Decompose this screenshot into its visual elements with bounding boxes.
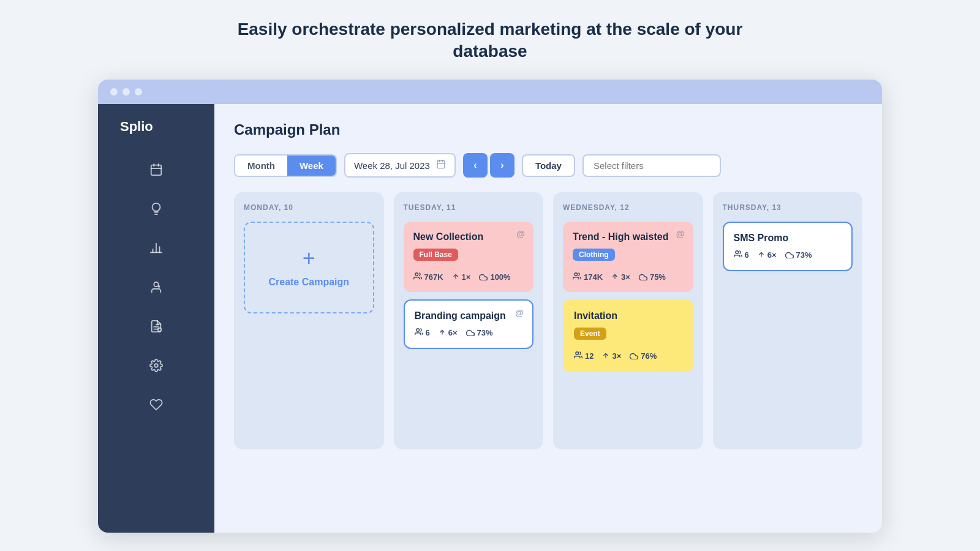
create-campaign-button[interactable]: + Create Campaign [244,222,374,313]
svg-point-21 [416,329,419,332]
percent-invitation: 76% [641,351,657,361]
multiplier-sms-promo: 6× [767,250,777,260]
percent-sms-promo: 73% [796,250,812,260]
campaign-card-invitation[interactable]: Invitation Event 12 [563,299,693,372]
browser-dot-2 [123,88,130,96]
card-title-new-collection: New Collection [413,231,524,242]
card-title-invitation: Invitation [574,310,682,321]
users-count-invitation: 12 [585,351,594,361]
day-header-thursday: THURSDAY, 13 [723,203,853,212]
arrow-up-icon-sms-promo [758,250,765,260]
at-icon-new-collection: @ [516,229,525,239]
arrow-up-icon [452,272,459,282]
svg-rect-15 [437,161,445,168]
svg-rect-0 [151,165,162,176]
percent-branding: 73% [477,328,493,337]
stat-users-new-collection: 767K [413,272,443,282]
week-view-button[interactable]: Week [287,156,336,176]
sidebar-item-users[interactable] [98,272,214,306]
campaign-card-new-collection[interactable]: @ New Collection Full Base 767K [404,222,534,292]
multiplier-invitation: 3× [612,351,621,361]
sidebar-item-reports[interactable] [98,311,214,345]
card-title-sms-promo: SMS Promo [734,233,842,244]
campaign-card-branding[interactable]: @ Branding campaign 6 [404,299,534,349]
sidebar-item-favorites[interactable] [98,389,214,424]
report-icon [149,320,163,337]
browser-bar [98,80,882,104]
day-column-wednesday: WEDNESDAY, 12 @ Trend - High waisted Clo… [553,192,703,449]
campaign-card-trend[interactable]: @ Trend - High waisted Clothing 174K [563,222,693,292]
users-count-branding: 6 [426,328,430,337]
card-stats-new-collection: 767K 1× [413,272,524,282]
svg-point-14 [154,364,158,368]
prev-button[interactable]: ‹ [463,153,488,178]
sidebar-item-calendar[interactable] [98,154,214,189]
stat-users-trend: 174K [573,272,603,282]
stat-percent-new-collection: 100% [479,272,510,282]
users-count-trend: 174K [584,272,603,282]
multiplier-trend: 3× [621,272,630,282]
day-column-monday: MONDAY, 10 + Create Campaign [234,192,384,449]
page-title: Campaign Plan [234,121,862,138]
main-header: Campaign Plan [234,121,862,138]
svg-point-25 [576,352,579,355]
app-container: Splio [98,104,882,533]
card-stats-trend: 174K 3× [573,272,684,282]
sidebar-item-ideas[interactable] [98,193,214,228]
users-icon-invitation [574,351,582,361]
stat-percent-branding: 73% [466,328,493,338]
stat-percent-invitation: 76% [630,351,657,361]
stat-multiplier-invitation: 3× [602,351,621,361]
browser-dot-3 [135,88,142,96]
browser-dot-1 [110,88,118,96]
day-header-tuesday: TUESDAY, 11 [404,203,534,212]
nav-arrows: ‹ › [463,153,514,178]
create-campaign-label: Create Campaign [268,277,349,288]
next-button[interactable]: › [490,153,514,178]
card-stats-invitation: 12 3× [574,351,682,361]
percent-value: 100% [490,272,510,282]
view-toggle: Month Week [234,154,337,177]
percent-trend: 75% [650,272,666,282]
date-picker[interactable]: Week 28, Jul 2023 [344,153,456,178]
card-title-trend: Trend - High waisted [573,231,684,242]
filter-input[interactable] [582,154,721,177]
sidebar: Splio [98,104,214,533]
cloud-icon-invitation [630,351,638,361]
campaign-card-sms-promo[interactable]: SMS Promo 6 [723,222,853,271]
svg-point-19 [415,273,418,276]
sidebar-item-analytics[interactable] [98,233,214,267]
multiplier-branding: 6× [448,328,458,337]
users-count: 767K [424,272,443,282]
day-column-thursday: THURSDAY, 13 SMS Promo 6 [713,192,863,449]
users-icon-sms-promo [734,250,742,260]
card-tag-trend: Clothing [573,249,615,261]
card-title-branding: Branding campaign [415,310,523,321]
stat-multiplier-new-collection: 1× [452,272,471,282]
cloud-icon-trend [639,272,647,282]
calendar-grid: MONDAY, 10 + Create Campaign TUESDAY, 11… [234,192,862,449]
browser-window: Splio [98,80,882,533]
cloud-icon-sms-promo [785,250,794,260]
cloud-icon [479,272,488,282]
stat-users-sms-promo: 6 [734,250,749,260]
toolbar: Month Week Week 28, Jul 2023 ‹ › Today [234,153,862,178]
arrow-up-icon-trend [611,272,619,282]
multiplier-value: 1× [462,272,471,282]
sidebar-logo: Splio [98,119,153,135]
date-value: Week 28, Jul 2023 [354,160,430,171]
day-header-monday: MONDAY, 10 [244,203,374,212]
svg-point-8 [154,282,158,287]
day-header-wednesday: WEDNESDAY, 12 [563,203,693,212]
users-icon-trend [573,272,581,282]
month-view-button[interactable]: Month [235,156,287,176]
day-column-tuesday: TUESDAY, 11 @ New Collection Full Base 7… [394,192,544,449]
sidebar-item-settings[interactable] [98,350,214,384]
today-button[interactable]: Today [522,154,575,177]
users-icon-branding [415,328,423,338]
user-icon [149,280,163,298]
page-headline: Easily orchestrate personalized marketin… [214,18,766,63]
stat-multiplier-sms-promo: 6× [758,250,777,260]
card-stats-branding: 6 6× [415,328,523,338]
arrow-up-icon-branding [439,328,446,338]
